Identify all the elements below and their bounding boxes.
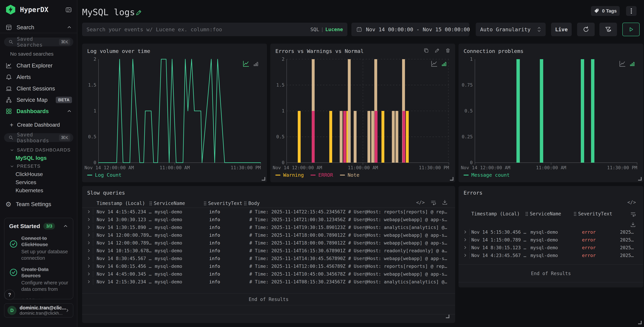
expand-row-icon[interactable]	[463, 253, 468, 258]
get-started-step[interactable]: Connect to ClickHouseSet up your databas…	[9, 235, 68, 261]
resize-handle[interactable]	[262, 177, 265, 181]
table-row[interactable]: Nov 14 12:00:00.789 PMmysql-demoinfo# Ti…	[82, 231, 455, 239]
event-search-input[interactable]: Search your events w/ Lucene ex. column:…	[82, 23, 347, 36]
column-header-severitytext[interactable]: SeverityText	[574, 211, 612, 217]
sidebar-item-dashboards[interactable]: Dashboards	[0, 107, 77, 116]
get-started-step[interactable]: Add DataStart sending logs, metrics, or …	[9, 297, 68, 299]
y-axis-tick: 0.5	[83, 134, 96, 139]
table-cell: error	[582, 253, 616, 258]
app-title: HyperDX	[20, 6, 48, 14]
column-header-body[interactable]: Body	[244, 201, 260, 206]
search-icon	[8, 135, 14, 140]
column-header-timestamp[interactable]: Timestamp (Local)	[97, 201, 145, 206]
chevron-up-icon[interactable]	[63, 223, 68, 229]
code-view-icon[interactable]: </>	[627, 199, 636, 205]
get-started-step[interactable]: Create Data SourcesConfigure where your …	[9, 266, 68, 292]
expand-row-icon[interactable]	[86, 233, 91, 237]
download-icon[interactable]	[630, 222, 636, 228]
legend-item[interactable]: Warning	[275, 172, 304, 178]
bar-chart-toggle-icon[interactable]	[629, 61, 635, 67]
date-range-picker[interactable]: 1 Nov 14 00:00:00 - Nov 15 00:00:00	[352, 23, 469, 36]
expand-row-icon[interactable]	[463, 230, 468, 234]
sidebar-preset-clickhouse[interactable]: ClickHouse	[16, 171, 43, 177]
table-row[interactable]: Nov 14 4:23:45.567 AMmysql-demoerror2025…	[458, 252, 643, 259]
column-header-servicename[interactable]: ServiceName	[149, 201, 185, 206]
sidebar-item-team-settings[interactable]: ⚙ Team Settings	[0, 199, 77, 209]
column-header-timestamp[interactable]: Timestamp (Local)	[471, 211, 520, 217]
refresh-button[interactable]	[577, 23, 595, 36]
expand-row-icon[interactable]	[463, 237, 468, 242]
expand-row-icon[interactable]	[86, 264, 91, 268]
table-cell: # Time: 2025-11-14T08:15:30.234567Z # Us…	[249, 279, 450, 284]
x-axis-tick: 11:00:00 AM	[160, 165, 190, 170]
expand-row-icon[interactable]	[463, 245, 468, 250]
column-header-servicename[interactable]: ServiceName	[526, 211, 561, 217]
expand-row-icon[interactable]	[86, 240, 91, 245]
dashboard-menu-button[interactable]	[626, 6, 636, 16]
expand-row-icon[interactable]	[86, 271, 91, 276]
lucene-toggle[interactable]: Lucene	[325, 27, 343, 32]
sidebar-item-client-sessions[interactable]: Client Sessions	[0, 84, 77, 93]
expand-row-icon[interactable]	[86, 225, 91, 230]
user-menu[interactable]: D dominic.tran@clic... dominic.tran@clic…	[4, 303, 73, 317]
sidebar-item-alerts[interactable]: Alerts	[0, 72, 77, 82]
filter-button[interactable]	[600, 23, 617, 36]
presets-section[interactable]: PRESETS	[10, 164, 40, 169]
sidebar-preset-services[interactable]: Services	[16, 179, 36, 185]
sidebar-dashboard-mysql-logs[interactable]: MySQL logs	[16, 155, 47, 161]
table-row[interactable]: Nov 14 5:15:30.456 PMmysql-demoerror2025…	[458, 228, 643, 236]
create-dashboard-button[interactable]: + Create Dashboard	[10, 121, 60, 129]
table-row[interactable]: Nov 14 6:00:15.456 AMmysql-demoinfo# Tim…	[82, 262, 455, 270]
table-row[interactable]: Nov 14 8:30:45.567 AMmysql-demoinfo# Tim…	[82, 255, 455, 262]
live-button[interactable]: Live	[551, 23, 572, 36]
line-chart-toggle-icon[interactable]	[430, 60, 438, 67]
tags-button[interactable]: 0 Tags	[591, 6, 620, 16]
resize-handle[interactable]	[638, 321, 642, 324]
sidebar-item-search[interactable]: Search	[0, 23, 77, 32]
expand-row-icon[interactable]	[86, 217, 91, 222]
table-row[interactable]: Nov 14 2:15:30.234 AMmysql-demoinfo# Tim…	[82, 278, 455, 286]
line-chart-toggle-icon[interactable]	[242, 60, 249, 67]
expand-row-icon[interactable]	[86, 256, 91, 261]
table-row[interactable]: Nov 14 4:45:00.345 AMmysql-demoinfo# Tim…	[82, 270, 455, 278]
bar-chart-toggle-icon[interactable]	[441, 61, 447, 67]
table-row[interactable]: Nov 14 1:30:15.890 PMmysql-demoinfo# Tim…	[82, 223, 455, 231]
resize-handle[interactable]	[450, 177, 454, 181]
resize-handle[interactable]	[446, 315, 450, 318]
bar-chart-toggle-icon[interactable]	[253, 61, 259, 67]
chart-explorer-icon	[6, 62, 12, 69]
sidebar-preset-kubernetes[interactable]: Kubernetes	[16, 187, 43, 194]
expand-row-icon[interactable]	[86, 248, 91, 253]
table-row[interactable]: Nov 14 4:15:45.234 PMmysql-demoinfo# Tim…	[82, 208, 455, 216]
table-row[interactable]: Nov 14 3:00:30.123 PMmysql-demoinfo# Tim…	[82, 216, 455, 223]
help-button[interactable]: ?	[4, 289, 15, 300]
saved-dashboards-section[interactable]: SAVED DASHBOARDS	[10, 147, 70, 153]
resize-handle[interactable]	[638, 177, 642, 181]
sql-toggle[interactable]: SQL	[310, 27, 319, 32]
x-axis-tick: 11:30:00 PM	[419, 165, 449, 170]
panel-errors-warnings: Errors vs Warnings vs Normal 00.511.52No…	[270, 44, 455, 182]
legend-item[interactable]: ERROR	[310, 172, 333, 178]
legend-item[interactable]: Note	[340, 172, 360, 178]
edit-title-icon[interactable]	[135, 9, 142, 16]
sidebar-collapse-icon[interactable]	[65, 7, 72, 13]
bell-icon	[6, 74, 12, 81]
expand-row-icon[interactable]	[86, 209, 91, 214]
table-row[interactable]: Nov 14 8:30:15.123 AMmysql-demoerror2025…	[458, 244, 643, 252]
table-row[interactable]: Nov 14 12:00:00.789 PMmysql-demoinfo# Ti…	[82, 239, 455, 247]
table-cell: mysql-demo	[155, 248, 206, 253]
sidebar-item-chart-explorer[interactable]: Chart Explorer	[0, 61, 77, 70]
legend-item[interactable]: Log Count	[87, 172, 122, 178]
table-cell: 2025…	[620, 245, 637, 250]
legend-item[interactable]: Message count	[464, 172, 510, 178]
sidebar-item-service-map[interactable]: Service Map BETA	[0, 95, 77, 105]
saved-searches-input[interactable]: Saved Searches ⌘K	[4, 38, 73, 46]
column-header-severitytext[interactable]: SeverityText	[204, 201, 242, 206]
granularity-select[interactable]: Auto Granularity	[476, 23, 546, 36]
saved-dashboards-input[interactable]: Saved Dashboards ⌘K	[4, 133, 73, 142]
expand-row-icon[interactable]	[86, 279, 91, 284]
table-row[interactable]: Nov 14 1:15:00.789 PMmysql-demoerror2025…	[458, 236, 643, 244]
run-query-button[interactable]	[622, 23, 640, 36]
line-chart-toggle-icon[interactable]	[619, 60, 626, 67]
table-row[interactable]: Nov 14 10:15:30.678 AMmysql-demoinfo# Ti…	[82, 247, 455, 255]
